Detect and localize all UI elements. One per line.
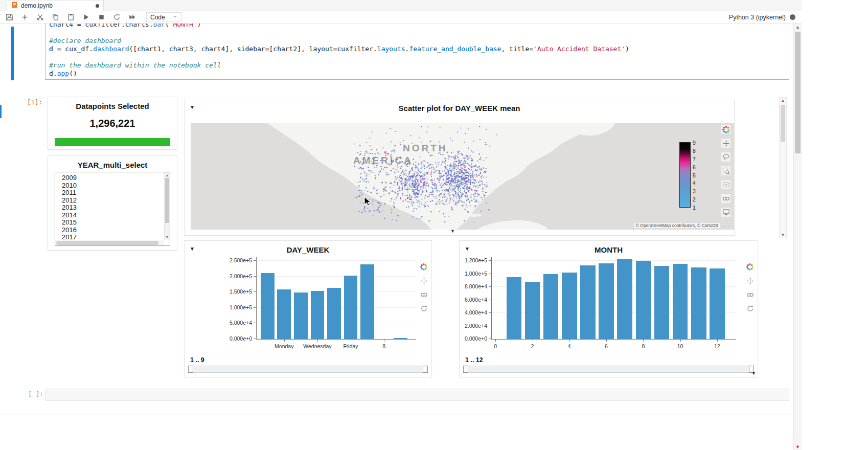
pan-tool-icon[interactable] bbox=[721, 139, 730, 148]
bar[interactable] bbox=[507, 277, 522, 339]
scatter-title: Scatter plot for DAY_WEEK mean bbox=[185, 99, 734, 112]
slider-handle-left[interactable] bbox=[188, 366, 193, 373]
y-tick-label: 6.000e+4 bbox=[446, 297, 487, 303]
bar[interactable] bbox=[525, 282, 540, 339]
bokeh-logo-icon[interactable] bbox=[745, 262, 755, 272]
bokeh-logo-icon[interactable] bbox=[721, 125, 730, 134]
restart-kernel-button[interactable] bbox=[112, 13, 121, 21]
collapse-card-icon[interactable]: ▼ bbox=[190, 104, 195, 110]
pan-tool-icon[interactable] bbox=[745, 276, 755, 285]
dashboard-scrollbar[interactable]: ▲ ▼ bbox=[779, 97, 787, 238]
reset-tool-icon[interactable] bbox=[745, 304, 755, 313]
year-option[interactable]: 2009 bbox=[55, 174, 170, 182]
code-editor[interactable]: chart4 = cuxfilter.charts.bar('MONTH') #… bbox=[45, 24, 789, 80]
more-tools-icon[interactable]: ··· bbox=[723, 223, 730, 230]
bar[interactable] bbox=[277, 289, 291, 339]
box-zoom-tool-icon[interactable] bbox=[721, 166, 730, 175]
day-week-range-slider[interactable] bbox=[188, 366, 428, 373]
scroll-down-icon[interactable]: ▼ bbox=[780, 233, 786, 237]
y-tick-mark bbox=[489, 312, 492, 313]
copy-cells-button[interactable] bbox=[51, 13, 60, 21]
collapse-card-icon[interactable]: ▼ bbox=[190, 246, 195, 252]
scroll-down-icon[interactable]: ▼ bbox=[165, 235, 170, 240]
collapse-handle-icon[interactable]: ▼ bbox=[751, 371, 756, 376]
y-tick-mark bbox=[489, 339, 492, 339]
save-plot-tool-icon[interactable] bbox=[721, 208, 730, 217]
collapse-card-icon[interactable]: ▼ bbox=[465, 246, 470, 252]
bar[interactable] bbox=[344, 276, 358, 339]
cut-cells-button[interactable] bbox=[36, 13, 44, 21]
chart-toolbar bbox=[419, 262, 428, 313]
bar[interactable] bbox=[261, 273, 275, 339]
bar[interactable] bbox=[562, 273, 577, 339]
scroll-thumb[interactable] bbox=[781, 105, 785, 142]
output-prompt: [1]: bbox=[27, 98, 42, 106]
bar[interactable] bbox=[327, 288, 341, 339]
x-tick-label: Wednesday bbox=[303, 343, 331, 349]
color-legend: 987654321 bbox=[679, 141, 715, 210]
scroll-thumb[interactable] bbox=[795, 32, 801, 153]
reset-tool-icon[interactable] bbox=[419, 304, 428, 313]
bar[interactable] bbox=[617, 259, 632, 339]
run-cell-button[interactable] bbox=[82, 13, 90, 21]
slider-handle-right[interactable] bbox=[423, 366, 428, 373]
bokeh-logo-icon[interactable] bbox=[419, 262, 428, 272]
scroll-up-icon[interactable]: ▲ bbox=[794, 25, 802, 30]
bar[interactable] bbox=[394, 338, 407, 339]
bar[interactable] bbox=[360, 264, 374, 339]
year-option[interactable]: 2013 bbox=[55, 204, 170, 212]
cell-type-select[interactable]: Code bbox=[146, 12, 182, 22]
bar[interactable] bbox=[691, 267, 706, 339]
bar[interactable] bbox=[636, 261, 651, 339]
paste-cells-button[interactable] bbox=[66, 13, 75, 21]
geo-scatter-map[interactable]: NORTH AMERICA 987654321 bbox=[191, 123, 734, 230]
year-option[interactable]: 2012 bbox=[55, 197, 170, 205]
tab-demo-ipynb[interactable]: demo.ipynb bbox=[7, 0, 104, 11]
month-range-slider[interactable] bbox=[463, 366, 754, 373]
notebook-file-icon bbox=[11, 2, 18, 10]
wheel-zoom-tool-icon[interactable] bbox=[745, 290, 755, 299]
scroll-up-icon[interactable]: ▲ bbox=[780, 98, 786, 103]
bar[interactable] bbox=[543, 274, 559, 340]
listbox-vertical-scrollbar[interactable]: ▲ ▼ bbox=[164, 172, 170, 240]
box-select-tool-icon[interactable] bbox=[721, 180, 730, 189]
bar[interactable] bbox=[673, 264, 688, 339]
year-option[interactable]: 2016 bbox=[55, 227, 170, 234]
year-option[interactable]: 2014 bbox=[55, 212, 170, 219]
kernel-name[interactable]: Python 3 (ipykernel) bbox=[729, 14, 786, 21]
wheel-zoom-tool-icon[interactable] bbox=[721, 194, 730, 203]
year-listbox[interactable]: 200920102011201220132014201520162017 ▲ ▼ bbox=[55, 172, 170, 246]
scroll-up-icon[interactable]: ▲ bbox=[165, 173, 170, 178]
collapse-handle-icon[interactable]: ▼ bbox=[450, 229, 455, 234]
bar[interactable] bbox=[311, 291, 325, 339]
y-tick-mark bbox=[254, 339, 257, 339]
year-option[interactable]: 2011 bbox=[55, 189, 170, 197]
wheel-zoom-tool-icon[interactable] bbox=[419, 290, 428, 299]
interrupt-kernel-button[interactable] bbox=[97, 13, 106, 21]
page-scrollbar[interactable]: ▲ ▼ bbox=[793, 24, 802, 450]
month-plot[interactable]: 0.000e+02.000e+44.000e+46.000e+48.000e+4… bbox=[491, 257, 736, 340]
insert-cell-button[interactable] bbox=[20, 13, 29, 21]
save-button[interactable] bbox=[5, 13, 14, 21]
x-tick-label: 6 bbox=[605, 343, 608, 349]
scroll-down-icon[interactable]: ▼ bbox=[794, 444, 802, 449]
bar[interactable] bbox=[580, 265, 596, 339]
day-week-plot[interactable]: 0.000e+05.000e+41.000e+51.500e+52.000e+5… bbox=[256, 257, 416, 340]
listbox-horizontal-scrollbar[interactable] bbox=[55, 240, 164, 245]
unsaved-changes-dot-icon[interactable] bbox=[96, 4, 99, 8]
bar[interactable] bbox=[294, 292, 308, 339]
x-tick-label: 12 bbox=[714, 343, 720, 349]
lasso-select-tool-icon[interactable] bbox=[721, 152, 730, 162]
pan-tool-icon[interactable] bbox=[419, 276, 428, 285]
slider-handle-left[interactable] bbox=[463, 366, 468, 373]
listbox-hscroll-thumb[interactable] bbox=[56, 241, 158, 245]
restart-run-all-button[interactable] bbox=[128, 13, 136, 21]
year-option[interactable]: 2010 bbox=[55, 182, 170, 190]
year-option[interactable]: 2015 bbox=[55, 219, 170, 227]
empty-code-cell[interactable] bbox=[45, 389, 789, 401]
bar[interactable] bbox=[710, 268, 725, 339]
bar[interactable] bbox=[599, 263, 614, 339]
bar[interactable] bbox=[654, 266, 670, 339]
kernel-status-icon[interactable] bbox=[790, 14, 795, 20]
listbox-scroll-thumb[interactable] bbox=[165, 178, 169, 223]
